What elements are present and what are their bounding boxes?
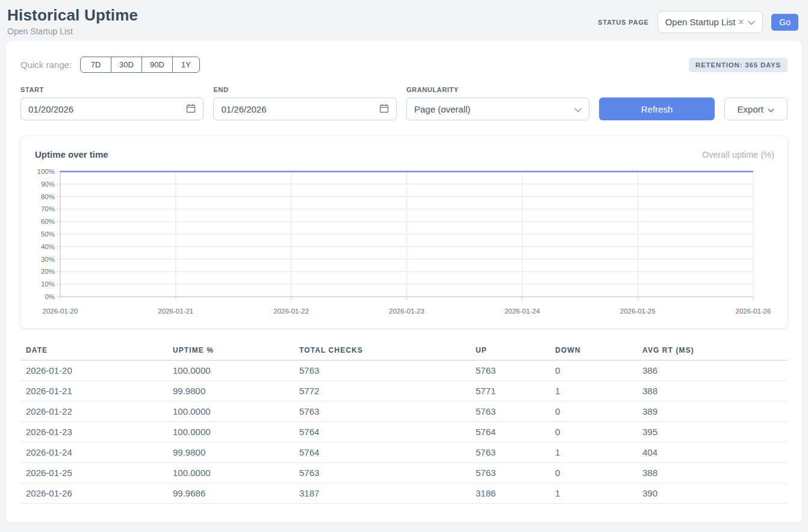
table-cell: 99.9800 <box>173 381 299 401</box>
svg-text:2026-01-20: 2026-01-20 <box>43 308 78 315</box>
table-row: 2026-01-23100.0000576457640395 <box>20 422 788 442</box>
svg-text:30%: 30% <box>41 256 55 263</box>
start-field: START 01/20/2026 <box>20 86 204 120</box>
column-header: DATE <box>20 341 173 360</box>
table-cell: 5764 <box>299 442 476 463</box>
end-date-input[interactable]: 01/26/2026 <box>213 97 396 120</box>
chevron-down-icon <box>748 17 755 27</box>
title-block: Historical Uptime Open Startup List <box>7 6 138 36</box>
start-label: START <box>20 86 204 93</box>
svg-text:70%: 70% <box>41 205 55 212</box>
retention-badge: RETENTION: 365 DAYS <box>689 58 788 72</box>
column-header: AVG RT (MS) <box>642 341 788 360</box>
export-label: Export <box>738 104 763 114</box>
svg-text:2026-01-26: 2026-01-26 <box>736 308 771 315</box>
table-cell: 404 <box>642 442 788 463</box>
svg-text:40%: 40% <box>41 243 55 250</box>
filters-row: START 01/20/2026 END 01/26/2026 GRANULAR… <box>20 86 788 120</box>
granularity-label: GRANULARITY <box>406 86 589 93</box>
svg-text:2026-01-25: 2026-01-25 <box>620 308 656 315</box>
table-cell: 2026-01-23 <box>20 422 173 442</box>
table-cell: 395 <box>642 422 788 442</box>
svg-text:80%: 80% <box>41 193 55 200</box>
table-cell: 0 <box>555 401 642 422</box>
quick-range-1y[interactable]: 1Y <box>172 57 200 73</box>
calendar-icon[interactable] <box>186 104 196 115</box>
table-cell: 5764 <box>476 422 555 442</box>
table-cell: 5763 <box>476 463 555 483</box>
chart-header: Uptime over time Overall uptime (%) <box>33 147 775 165</box>
end-label: END <box>213 86 396 93</box>
table-cell: 5764 <box>299 422 476 442</box>
table-cell: 2026-01-22 <box>20 401 173 422</box>
start-date-input[interactable]: 01/20/2026 <box>20 97 204 120</box>
table-cell: 99.9800 <box>173 442 299 463</box>
quick-range-30d[interactable]: 30D <box>111 57 142 73</box>
svg-text:0%: 0% <box>45 293 55 300</box>
calendar-icon[interactable] <box>379 104 389 115</box>
table-row: 2026-01-25100.0000576357630388 <box>20 463 788 483</box>
quick-range-label: Quick range: <box>20 60 72 70</box>
column-header: UP <box>476 341 555 360</box>
status-page-value: Open Startup List <box>665 17 736 27</box>
quick-range-group: 7D30D90D1Y <box>80 57 200 73</box>
table-cell: 100.0000 <box>173 360 299 381</box>
table-row: 2026-01-22100.0000576357630389 <box>20 401 788 422</box>
svg-text:2026-01-21: 2026-01-21 <box>158 308 193 315</box>
column-header: DOWN <box>555 341 642 360</box>
svg-text:2026-01-22: 2026-01-22 <box>273 308 309 315</box>
svg-text:20%: 20% <box>41 268 55 275</box>
status-page-label: STATUS PAGE <box>598 19 649 26</box>
go-button[interactable]: Go <box>771 14 798 31</box>
granularity-value: Page (overall) <box>414 104 470 114</box>
svg-text:60%: 60% <box>41 218 55 225</box>
uptime-table: DATEUPTIME %TOTAL CHECKSUPDOWNAVG RT (MS… <box>20 341 788 504</box>
table-row: 2026-01-2699.9686318731861390 <box>20 483 788 504</box>
table-cell: 5763 <box>299 463 476 483</box>
svg-text:2026-01-23: 2026-01-23 <box>389 308 424 315</box>
table-row: 2026-01-2499.9800576457631404 <box>20 442 788 463</box>
quick-range-90d[interactable]: 90D <box>141 57 173 73</box>
table-cell: 5771 <box>476 381 555 401</box>
end-date-value: 01/26/2026 <box>221 104 266 114</box>
start-date-value: 01/20/2026 <box>28 104 73 114</box>
svg-text:50%: 50% <box>41 230 55 238</box>
main-panel: Quick range: 7D30D90D1Y RETENTION: 365 D… <box>6 41 802 522</box>
table-cell: 390 <box>642 483 788 504</box>
export-button[interactable]: Export <box>724 97 788 120</box>
granularity-field: GRANULARITY Page (overall) <box>406 86 589 120</box>
svg-text:100%: 100% <box>37 168 55 175</box>
chart-title: Uptime over time <box>35 149 108 159</box>
table-cell: 386 <box>642 360 788 381</box>
table-cell: 388 <box>642 381 788 401</box>
table-cell: 5763 <box>476 442 555 463</box>
table-cell: 0 <box>555 360 642 381</box>
svg-text:90%: 90% <box>41 181 55 188</box>
table-cell: 1 <box>555 442 642 463</box>
table-cell: 2026-01-26 <box>20 483 173 504</box>
table-cell: 5763 <box>476 360 555 381</box>
table-row: 2026-01-2199.9800577257711388 <box>20 381 788 401</box>
table-cell: 5772 <box>299 381 476 401</box>
clear-icon[interactable]: ✕ <box>738 18 744 26</box>
uptime-chart-card: Uptime over time Overall uptime (%) 0%10… <box>20 136 788 328</box>
column-header: TOTAL CHECKS <box>299 341 476 360</box>
status-page-select[interactable]: Open Startup List ✕ <box>657 11 763 33</box>
top-header: Historical Uptime Open Startup List STAT… <box>0 0 808 41</box>
table-cell: 2026-01-20 <box>20 360 173 381</box>
quick-range-7d[interactable]: 7D <box>80 57 111 73</box>
table-cell: 0 <box>555 463 642 483</box>
table-cell: 1 <box>555 381 642 401</box>
table-cell: 3186 <box>476 483 555 504</box>
granularity-select[interactable]: Page (overall) <box>406 97 589 120</box>
table-cell: 100.0000 <box>173 422 299 442</box>
refresh-button[interactable]: Refresh <box>599 97 714 120</box>
svg-text:2026-01-24: 2026-01-24 <box>505 308 540 315</box>
page-title: Historical Uptime <box>7 6 138 25</box>
svg-text:10%: 10% <box>41 280 55 288</box>
table-cell: 100.0000 <box>173 463 299 483</box>
chevron-down-icon <box>768 104 774 114</box>
table-cell: 2026-01-24 <box>20 442 173 463</box>
table-cell: 0 <box>555 422 642 442</box>
table-cell: 100.0000 <box>173 401 299 422</box>
